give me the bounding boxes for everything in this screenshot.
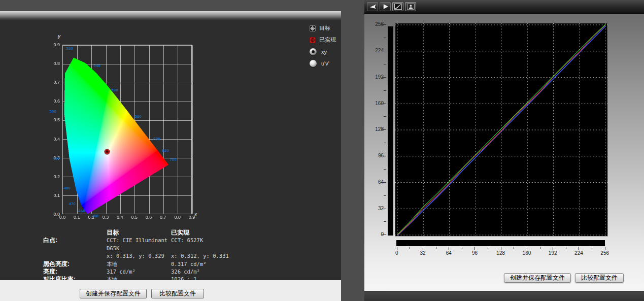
wavelength-label: 500	[49, 109, 56, 114]
tone-x-major-tick	[501, 247, 501, 250]
back-swoosh-icon[interactable]	[367, 2, 378, 11]
tone-x-major-tick	[605, 247, 605, 250]
tone-x-tick-label: 224	[571, 251, 586, 256]
radio-uv-label: u'v'	[321, 60, 329, 66]
wavelength-label: 600	[153, 137, 160, 141]
radio-dot	[312, 50, 315, 53]
summary-target-value: x: 0.313, y: 0.329	[107, 252, 171, 260]
summary-achieved-value: 326 cd/m²	[171, 268, 288, 276]
tone-x-tick-label: 192	[545, 251, 560, 256]
cie-y-tick-label: 0.9	[45, 43, 60, 47]
summary-achieved-value: x: 0.312, y: 0.331	[171, 252, 288, 260]
summary-col-target: 目标	[107, 229, 171, 237]
tone-y-minor-tick	[384, 221, 386, 222]
wavelength-label: 480	[63, 186, 70, 190]
wavelength-label: 540	[93, 63, 100, 68]
left-button-row: 创建并保存配置文件 比较配置文件	[80, 289, 204, 298]
tone-x-major-tick	[474, 247, 475, 250]
radio-option-uv[interactable]: u'v'	[310, 57, 341, 69]
create-save-profile-button[interactable]: 创建并保存配置文件	[80, 289, 147, 298]
cie-chromaticity-chart: 520540560580600620700500490480470460380	[62, 45, 192, 214]
calibration-result-window: y x 520540560580600620700500490480470460…	[0, 11, 341, 301]
cie-y-tick-label: 0.4	[45, 137, 60, 142]
cie-gamut-canvas	[63, 45, 192, 215]
play-icon[interactable]	[380, 2, 391, 11]
wavelength-label: 490	[53, 156, 59, 161]
summary-achieved-value: 0.317 cd/m²	[171, 260, 288, 268]
tone-curve-icon[interactable]	[392, 2, 403, 11]
tone-x-major-tick	[579, 247, 579, 250]
tone-y-minor-tick	[384, 169, 386, 170]
radio-option-xy[interactable]: xy	[310, 46, 341, 57]
tone-x-tick-label: 160	[519, 251, 534, 256]
tone-x-minor-tick	[488, 247, 488, 249]
wavelength-label: 700	[170, 157, 176, 162]
legend-item-target: 目标	[310, 22, 341, 34]
cie-y-tick-label: 0.5	[45, 118, 60, 122]
tone-x-minor-tick	[436, 247, 436, 249]
tone-x-major-tick	[397, 247, 397, 250]
tone-y-minor-tick	[384, 195, 386, 196]
vertical-gradient-ramp	[388, 26, 393, 236]
tone-y-major-tick	[382, 156, 386, 156]
wavelength-label: 380	[91, 214, 98, 218]
wavelength-label: 460	[78, 209, 85, 213]
create-save-profile-button[interactable]: 创建并保存配置文件	[504, 273, 571, 283]
tone-x-tick-label: 256	[597, 251, 613, 256]
cie-x-tick-label: 0.9	[186, 215, 198, 220]
summary-row-label: 黑色亮度:	[43, 260, 107, 268]
desktop: y x 520540560580600620700500490480470460…	[0, 0, 644, 301]
tone-x-minor-tick	[462, 247, 462, 249]
cie-x-tick-label: 0.8	[172, 215, 184, 220]
summary-target-value: CCT: CIE Illuminant D65K	[107, 237, 171, 252]
summary-row-label: 亮度:	[43, 268, 107, 276]
tone-y-minor-tick	[384, 64, 386, 64]
cie-y-tick-label: 0.8	[45, 61, 60, 66]
tone-curve-window: 0326496128160192224256 03264961281601922…	[364, 0, 644, 301]
tone-x-tick-label: 128	[493, 251, 509, 256]
summary-target-value: 317 cd/m²	[107, 268, 171, 276]
wavelength-label: 620	[162, 148, 168, 153]
summary-row-label: 白点:	[43, 237, 107, 252]
tone-x-minor-tick	[566, 247, 566, 249]
tone-y-major-tick	[382, 182, 386, 183]
tone-x-tick-label: 0	[389, 251, 404, 256]
tone-x-minor-tick	[410, 247, 410, 249]
cie-x-tick-label: 0.5	[128, 215, 141, 220]
cie-x-tick-label: 0.4	[114, 215, 126, 220]
tone-x-tick-label: 32	[415, 251, 430, 256]
radio-uv-unselected[interactable]	[310, 60, 317, 67]
legend-target-label: 目标	[319, 24, 330, 32]
target-crosshair-icon	[310, 25, 316, 31]
tone-curve-section: 0326496128160192224256 03264961281601922…	[364, 14, 644, 291]
tone-y-major-tick	[382, 24, 386, 25]
tone-x-tick-label: 64	[441, 251, 456, 256]
chart-legend: 目标 已实现 xy u'v'	[310, 22, 341, 69]
calibration-summary-table: 目标已实现白点:CCT: CIE Illuminant D65KCCT: 652…	[43, 229, 288, 284]
tone-y-major-tick	[382, 235, 386, 235]
wavelength-label: 560	[111, 88, 118, 92]
achieved-marker-icon	[310, 37, 316, 43]
cie-y-tick-label: 0.2	[45, 175, 60, 179]
tone-x-major-tick	[449, 247, 449, 250]
tone-y-major-tick	[382, 209, 386, 209]
tone-x-minor-tick	[540, 247, 540, 249]
legend-item-achieved: 已实现	[310, 34, 341, 46]
tone-y-minor-tick	[384, 38, 386, 38]
cie-x-tick-label: 0.7	[157, 215, 169, 220]
right-button-row: 创建并保存配置文件 比较配置文件	[504, 273, 624, 283]
tone-y-major-tick	[382, 77, 386, 78]
tone-x-tick-label: 96	[467, 251, 482, 256]
tone-y-major-tick	[382, 104, 386, 104]
summary-col-achieved: 已实现	[171, 229, 288, 237]
compare-profiles-button[interactable]: 比较配置文件	[151, 289, 204, 298]
tone-y-major-tick	[382, 129, 386, 130]
cie-x-tick-label: 0.6	[143, 215, 155, 220]
radio-xy-selected[interactable]	[310, 48, 317, 55]
chromaticity-section: y x 520540560580600620700500490480470460…	[0, 20, 341, 280]
cie-y-axis-title: y	[58, 34, 60, 39]
tone-x-minor-tick	[592, 247, 592, 249]
portrait-icon[interactable]	[405, 2, 416, 11]
compare-profiles-button[interactable]: 比较配置文件	[575, 273, 624, 283]
summary-target-value: 本地	[107, 260, 171, 268]
